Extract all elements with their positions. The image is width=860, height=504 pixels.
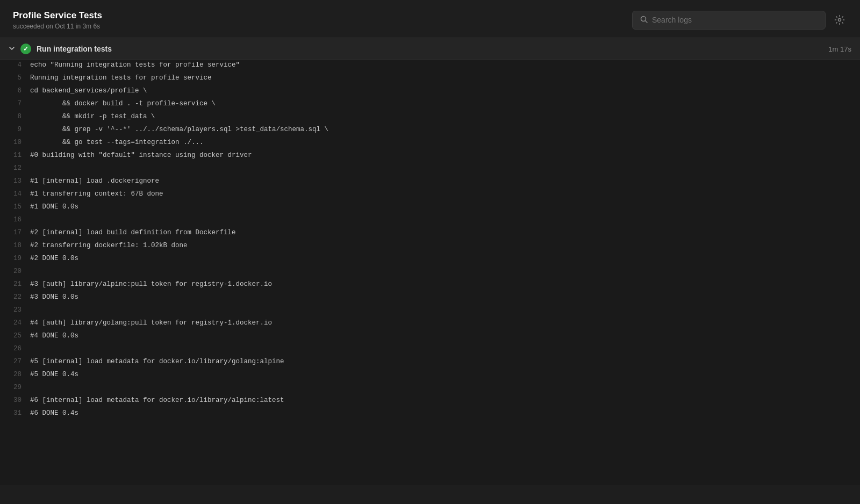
line-number: 13: [0, 176, 28, 186]
line-content: && go test --tags=integration ./...: [28, 138, 860, 147]
line-content: #6 DONE 0.4s: [28, 408, 860, 418]
line-number: 25: [0, 331, 28, 341]
line-number: 10: [0, 138, 28, 147]
line-number: 19: [0, 254, 28, 263]
log-line: 22#3 DONE 0.0s: [0, 292, 860, 305]
svg-point-2: [838, 19, 841, 21]
page-subtitle: succeeded on Oct 11 in 3m 6s: [13, 23, 102, 30]
line-number: 7: [0, 99, 28, 109]
settings-icon[interactable]: [832, 12, 847, 27]
line-content: echo "Running integration tests for prof…: [28, 60, 860, 70]
line-number: 14: [0, 189, 28, 199]
line-number: 26: [0, 344, 28, 354]
line-content: cd backend_services/profile \: [28, 86, 860, 96]
chevron-down-icon: [9, 45, 15, 53]
log-line: 11#0 building with "default" instance us…: [0, 150, 860, 163]
log-line: 7 && docker build . -t profile-service \: [0, 99, 860, 112]
log-line: 25#4 DONE 0.0s: [0, 331, 860, 344]
log-line: 28#5 DONE 0.4s: [0, 370, 860, 383]
line-number: 27: [0, 357, 28, 366]
log-line: 18#2 transferring dockerfile: 1.02kB don…: [0, 241, 860, 254]
log-line: 21#3 [auth] library/alpine:pull token fo…: [0, 279, 860, 292]
svg-line-1: [646, 20, 648, 23]
line-content: && mkdir -p test_data \: [28, 112, 860, 121]
log-line: 16: [0, 215, 860, 228]
line-content: #4 [auth] library/golang:pull token for …: [28, 318, 860, 328]
log-line: 6cd backend_services/profile \: [0, 86, 860, 99]
log-line: 5Running integration tests for profile s…: [0, 73, 860, 86]
line-number: 29: [0, 383, 28, 392]
log-line: 26: [0, 344, 860, 357]
line-content: #5 [internal] load metadata for docker.i…: [28, 357, 860, 366]
line-content: #2 DONE 0.0s: [28, 254, 860, 263]
header-title-section: Profile Service Tests succeeded on Oct 1…: [13, 10, 102, 30]
line-content: #2 transferring dockerfile: 1.02kB done: [28, 241, 860, 250]
line-content: #5 DONE 0.4s: [28, 370, 860, 379]
line-number: 22: [0, 292, 28, 302]
log-line: 12: [0, 163, 860, 176]
line-number: 20: [0, 267, 28, 276]
line-number: 11: [0, 150, 28, 160]
job-duration: 1m 17s: [828, 45, 851, 53]
log-line: 27#5 [internal] load metadata for docker…: [0, 357, 860, 370]
log-line: 15#1 DONE 0.0s: [0, 202, 860, 215]
log-line: 31#6 DONE 0.4s: [0, 408, 860, 421]
line-content: #4 DONE 0.0s: [28, 331, 860, 341]
line-content: [28, 215, 860, 217]
line-content: #1 [internal] load .dockerignore: [28, 176, 860, 186]
line-number: 5: [0, 73, 28, 83]
line-content: [28, 163, 860, 165]
line-number: 15: [0, 202, 28, 212]
line-content: Running integration tests for profile se…: [28, 73, 860, 83]
log-line: 8 && mkdir -p test_data \: [0, 112, 860, 125]
line-number: 8: [0, 112, 28, 121]
line-number: 16: [0, 215, 28, 225]
search-icon: [640, 16, 648, 25]
line-content: [28, 344, 860, 346]
header-actions: [632, 11, 847, 30]
log-line: 23: [0, 305, 860, 318]
line-content: #3 DONE 0.0s: [28, 292, 860, 302]
line-content: && docker build . -t profile-service \: [28, 99, 860, 109]
line-content: && grep -v '^--*' ../../schema/players.s…: [28, 125, 860, 134]
line-content: #1 DONE 0.0s: [28, 202, 860, 212]
log-line: 14#1 transferring context: 67B done: [0, 189, 860, 202]
line-number: 6: [0, 86, 28, 96]
log-line: 9 && grep -v '^--*' ../../schema/players…: [0, 125, 860, 138]
line-content: #3 [auth] library/alpine:pull token for …: [28, 279, 860, 289]
line-content: #1 transferring context: 67B done: [28, 189, 860, 199]
log-area: 4echo "Running integration tests for pro…: [0, 60, 860, 485]
line-content: [28, 267, 860, 269]
line-content: #0 building with "default" instance usin…: [28, 150, 860, 160]
log-line: 10 && go test --tags=integration ./...: [0, 138, 860, 150]
log-line: 19#2 DONE 0.0s: [0, 254, 860, 267]
line-number: 4: [0, 60, 28, 70]
log-line: 4echo "Running integration tests for pro…: [0, 60, 860, 73]
search-input[interactable]: [652, 16, 818, 24]
line-number: 12: [0, 163, 28, 173]
line-number: 9: [0, 125, 28, 134]
line-number: 17: [0, 228, 28, 237]
line-number: 18: [0, 241, 28, 250]
line-number: 30: [0, 395, 28, 405]
line-number: 28: [0, 370, 28, 379]
page-title: Profile Service Tests: [13, 10, 102, 21]
line-number: 31: [0, 408, 28, 418]
search-box[interactable]: [632, 11, 826, 30]
log-line: 20: [0, 267, 860, 279]
line-content: #2 [internal] load build definition from…: [28, 228, 860, 237]
line-number: 21: [0, 279, 28, 289]
line-number: 24: [0, 318, 28, 328]
line-content: [28, 305, 860, 307]
page-header: Profile Service Tests succeeded on Oct 1…: [0, 0, 860, 38]
log-line: 30#6 [internal] load metadata for docker…: [0, 395, 860, 408]
success-status-icon: [20, 44, 31, 54]
line-content: [28, 383, 860, 385]
line-number: 23: [0, 305, 28, 315]
log-line: 24#4 [auth] library/golang:pull token fo…: [0, 318, 860, 331]
log-line: 17#2 [internal] load build definition fr…: [0, 228, 860, 241]
log-line: 29: [0, 383, 860, 395]
line-content: #6 [internal] load metadata for docker.i…: [28, 395, 860, 405]
log-line: 13#1 [internal] load .dockerignore: [0, 176, 860, 189]
job-section-header[interactable]: Run integration tests 1m 17s: [0, 38, 860, 60]
